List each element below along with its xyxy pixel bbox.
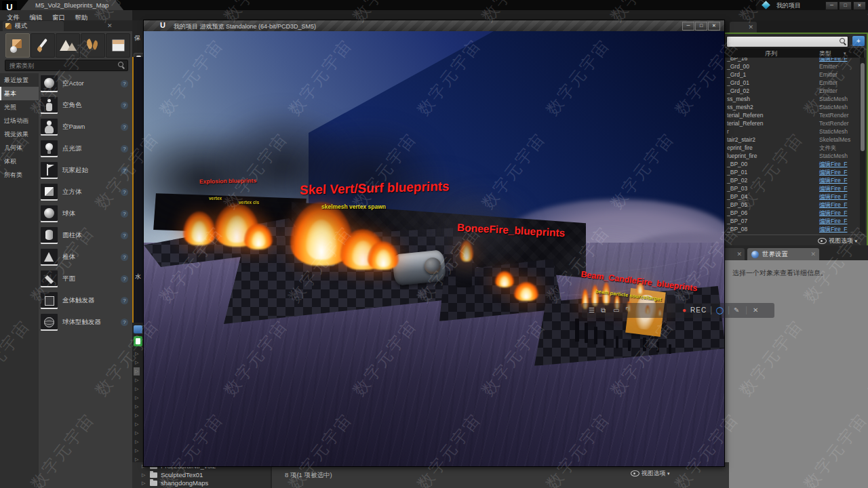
actor-type[interactable]: 编辑Fire_F [819,192,848,201]
help-circle-icon[interactable] [121,102,128,109]
category-item[interactable]: 视觉效果 [0,127,39,141]
actor-type[interactable]: StaticMesh [819,152,848,160]
table-row[interactable]: _BP_08 编辑Fire_F [724,225,864,233]
table-row[interactable]: _Grd_1 Emitter [724,70,864,79]
help-circle-icon[interactable] [121,297,128,304]
help-circle-icon[interactable] [121,188,128,196]
table-row[interactable]: _Grd_02 Emitter [724,87,864,95]
list-item[interactable]: 椎体 [39,247,132,268]
help-circle-icon[interactable] [121,275,128,283]
table-row[interactable]: _BP_07 编辑Fire_F [724,217,864,225]
table-row[interactable]: _BP_02 编辑Fire_F [724,176,864,184]
expand-arrow-icon[interactable]: ▷ [135,360,138,365]
region-capture-icon[interactable]: ⌜ [625,306,629,315]
table-row[interactable]: _BP_01 编辑Fire_F [724,168,864,176]
game-viewport[interactable]: Explosion blueprints Skel Vert/Surf blue… [144,31,724,466]
details-tab-partial[interactable]: ✕ [723,248,745,260]
actor-type[interactable]: TextRender [819,111,848,119]
add-actor-icon[interactable]: + [852,36,865,46]
place-mode-button[interactable] [5,33,30,58]
actor-type[interactable]: 编辑Fire_F [819,225,848,233]
list-item[interactable]: 球体 [39,203,132,225]
list-item[interactable]: 空Pawn [39,117,132,138]
list-item[interactable]: 空Actor [39,73,132,95]
table-row[interactable]: ss_mesh StaticMesh [724,95,864,103]
actor-type[interactable]: SkeletalMes [819,136,850,144]
help-circle-icon[interactable] [121,145,128,152]
scrollbar-thumb[interactable] [861,63,865,151]
actor-type[interactable]: 文件夹 [819,144,837,152]
help-circle-icon[interactable] [121,253,128,261]
maximize-icon[interactable]: □ [839,1,852,10]
maximize-icon[interactable]: □ [695,22,707,30]
close-icon[interactable]: ✕ [708,22,720,30]
table-row[interactable]: lueprint_fire StaticMesh [724,152,864,160]
list-item[interactable]: 盒体触发器 [39,290,132,312]
category-item[interactable]: 光照 [0,100,39,114]
actor-type[interactable]: 编辑Fire_F [819,209,848,217]
foliage-mode-button[interactable] [81,33,105,58]
expand-arrow-icon[interactable]: ▷ [135,404,138,409]
actor-type[interactable]: 编辑Fire_F [819,176,848,184]
folder-row[interactable]: ▷ shangdongMaps [132,479,271,488]
actor-type[interactable]: 编辑Fire_F [819,58,848,62]
minimize-icon[interactable]: ─ [825,1,838,10]
save-button-clipped[interactable]: 保 [134,34,140,43]
close-icon[interactable]: ✕ [753,306,758,315]
window-capture-icon[interactable]: ⧉ [601,306,606,315]
actor-type[interactable]: StaticMesh [819,103,848,111]
category-item[interactable]: 过场动画 [0,114,39,127]
table-row[interactable]: terial_Referen TextRender [724,119,864,127]
minimize-icon[interactable]: ─ [682,22,694,30]
expand-arrow-icon[interactable]: ▷ [135,395,138,401]
geometry-mode-button[interactable] [106,33,130,58]
help-circle-icon[interactable] [121,123,128,131]
expand-arrow-icon[interactable]: ▷ [142,481,145,486]
add-new-icon[interactable] [134,336,142,346]
close-icon[interactable]: ✕ [810,249,816,260]
category-item[interactable]: 体积 [0,155,39,168]
actor-type[interactable]: Emitter [819,70,837,79]
expand-arrow-icon[interactable]: ▷ [135,422,138,427]
table-row[interactable]: eprint_fire 文件夹 [724,144,864,152]
expand-arrow-icon[interactable]: ▷ [135,369,138,374]
hamburger-icon[interactable]: ☰ [589,306,595,315]
help-circle-icon[interactable] [121,319,128,326]
scrollbar[interactable] [860,58,865,234]
pause-circle-icon[interactable]: ◯ [716,306,724,315]
table-row[interactable]: terial_Referen TextRender [724,111,864,119]
help-circle-icon[interactable] [121,210,128,218]
close-icon[interactable]: ✕ [853,1,866,10]
help-circle-icon[interactable] [121,232,128,239]
category-item[interactable]: 几何体 [0,141,39,155]
map-tab[interactable]: M5_Vol2_Blueprints_Map [20,0,123,10]
table-row[interactable]: _Grd_00 Emitter [724,62,864,70]
table-row[interactable]: ss_mesh2 StaticMesh [724,103,864,111]
table-row[interactable]: r StaticMesh [724,127,864,136]
outliner-tab-partial[interactable]: ✕ [730,22,757,33]
expand-arrow-icon[interactable]: ▷ [135,351,138,357]
actor-type[interactable]: 编辑Fire_F [819,217,848,225]
filter-icon[interactable] [134,325,142,333]
expand-arrow-icon[interactable]: ▷ [135,386,138,392]
list-item[interactable]: 立方体 [39,182,132,203]
table-row[interactable]: _BP_03 编辑Fire_F [724,184,864,192]
actor-type[interactable]: 编辑Fire_F [819,168,848,176]
table-row[interactable]: tair2_stair2 SkeletalMes [724,136,864,144]
expand-arrow-icon[interactable]: ▷ [135,430,138,436]
category-item[interactable]: 最近放置 [0,73,39,87]
actor-type[interactable]: 编辑Fire_F [819,201,848,209]
paint-mode-button[interactable] [31,33,55,58]
search-input[interactable] [729,37,839,47]
folder-row[interactable]: ▷ SculptedTex01 [132,471,271,480]
list-item[interactable]: 球体型触发器 [39,312,132,333]
actor-type[interactable]: Emitter [819,62,837,70]
expand-arrow-icon[interactable]: ▷ [135,448,138,453]
tab-world-settings[interactable]: 世界设置 ✕ [747,248,819,260]
search-input[interactable] [8,60,117,70]
category-item[interactable]: 所有类 [0,168,39,182]
help-circle-icon[interactable] [121,80,128,87]
list-item[interactable]: 圆柱体 [39,225,132,247]
expand-arrow-icon[interactable]: ▷ [135,457,138,462]
pencil-icon[interactable]: ✎ [734,306,739,315]
